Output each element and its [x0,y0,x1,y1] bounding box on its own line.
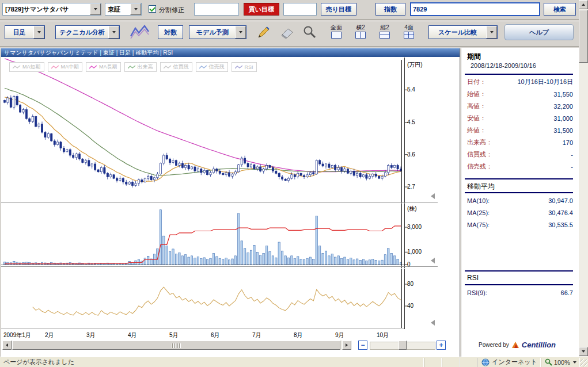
chevron-down-icon[interactable] [130,3,141,15]
zoom-in-button[interactable]: + [437,341,446,350]
scroll-up-button[interactable] [579,0,588,9]
candle [216,169,218,171]
candle [390,166,392,168]
section-divider [465,270,573,272]
field-label: MA(75): [467,221,490,228]
pane-divider[interactable] [1,266,438,269]
code-search-input[interactable] [410,2,540,16]
buy-target-input[interactable] [194,3,239,16]
layout-glyph-icon [331,32,342,39]
legend-toggle[interactable]: 出来高 [124,62,157,72]
chevron-down-icon[interactable] [235,26,246,39]
log-scale-button[interactable]: 対数 [158,25,183,39]
technical-analysis-selector[interactable]: テクニカル分析 [55,25,120,39]
period-header: 期間 [467,52,481,62]
chart-title-bar: サマンサタバサジャパンリミテッド | 東証 | 日足 | 移動平均 | RSI [1,48,460,57]
legend-toggle[interactable]: 信買残 [160,62,192,72]
split-adjust-checkbox[interactable] [149,5,156,13]
candle [88,160,90,166]
x-axis-month-label: 8月 [294,331,303,339]
model-forecast-value: モデル予測 [189,26,235,39]
timeframe-selector[interactable]: 日足 [5,25,45,39]
volume-bar [256,252,258,265]
technical-analysis-value: テクニカル分析 [56,26,108,39]
legend-toggle[interactable]: MA中期 [48,62,83,72]
collapse-pane-icon[interactable] [431,258,435,263]
legend-toggle[interactable]: MA長期 [86,62,121,72]
field-value: 31,500 [553,127,573,134]
volume-bar [172,249,174,265]
volume-bar [313,259,314,265]
security-zone: インターネット [478,358,541,367]
sell-target-button[interactable]: 売り目標 [321,3,356,16]
chevron-down-icon[interactable] [573,361,576,364]
legend-toggle[interactable]: RSI [232,62,257,72]
layout-button-3[interactable]: 4面 [399,22,419,40]
layout-button-2[interactable]: 縦2 [374,22,395,40]
field-label: MA(25): [467,209,490,216]
buy-target-button[interactable]: 買い目標 [244,3,279,16]
scroll-right-button[interactable] [342,341,351,350]
candle [38,124,40,127]
collapse-pane-icon[interactable] [431,320,435,326]
layout-button-0[interactable]: 全面 [326,22,347,40]
chevron-down-icon[interactable] [33,26,44,39]
legend-line-icon [128,65,136,70]
candle [234,172,236,174]
legend-toggle[interactable]: MA短期 [9,62,44,72]
x-axis-month-label: 4月 [128,331,137,339]
zoom-out-button[interactable]: − [358,341,367,350]
help-button[interactable]: ヘルプ [504,24,574,40]
price-volume-rsi-chart[interactable] [1,58,438,330]
candle [160,163,161,174]
candle [304,175,305,177]
field-label: 安値： [467,114,486,123]
index-button[interactable]: 指数 [375,3,405,16]
volume-bar [216,257,218,265]
candle [185,166,187,168]
horizontal-scroll-thumb[interactable] [12,341,340,350]
candle [241,158,242,165]
zoom-status[interactable]: 100% [541,358,580,367]
legend-line-icon [199,65,207,70]
candle [194,167,196,171]
candle [287,178,289,181]
draw-pen-button[interactable] [253,24,274,40]
stock-selector[interactable]: [7829]サマンサタバサ [2,3,101,16]
candle [126,182,127,184]
chevron-down-icon[interactable] [108,26,119,39]
chart-type-icon[interactable] [128,24,152,40]
vertical-scrollbar[interactable] [579,0,588,357]
search-button[interactable]: 検索 [544,3,576,16]
ma-line [5,59,401,172]
field-value: - [571,163,573,170]
volume-bar [384,255,386,265]
candle [381,176,383,178]
zoom-slider-thumb[interactable] [399,341,407,350]
data-row: 安値：31,000 [467,112,573,124]
vertical-scroll-thumb[interactable] [579,10,588,63]
field-value: 30,476.4 [548,209,573,216]
pane-divider[interactable] [1,202,438,204]
market-selector[interactable]: 東証 [105,3,142,16]
sell-target-input[interactable] [283,3,317,16]
scroll-down-button[interactable] [579,347,588,356]
stock-selector-value: [7829]サマンサタバサ [3,3,90,15]
candle [57,142,59,144]
x-axis-month-label: 6月 [211,331,220,339]
split-adjust-label: 分割修正 [159,6,184,14]
candle [306,175,308,177]
chevron-down-icon[interactable] [90,3,101,15]
scale-compare-selector[interactable]: スケール比較 [428,25,498,39]
collapse-pane-icon[interactable] [431,193,435,199]
volume-bar [281,251,283,265]
eraser-button[interactable] [276,24,297,40]
chevron-down-icon[interactable] [486,26,497,39]
scroll-left-button[interactable] [2,341,12,350]
layout-button-1[interactable]: 横2 [350,22,371,40]
resize-grip-icon[interactable] [580,359,587,366]
field-label: 出来高： [467,138,492,147]
model-forecast-selector[interactable]: モデル予測 [189,25,246,39]
zoom-tool-button[interactable] [299,24,320,40]
legend-toggle[interactable]: 信売残 [196,62,228,72]
